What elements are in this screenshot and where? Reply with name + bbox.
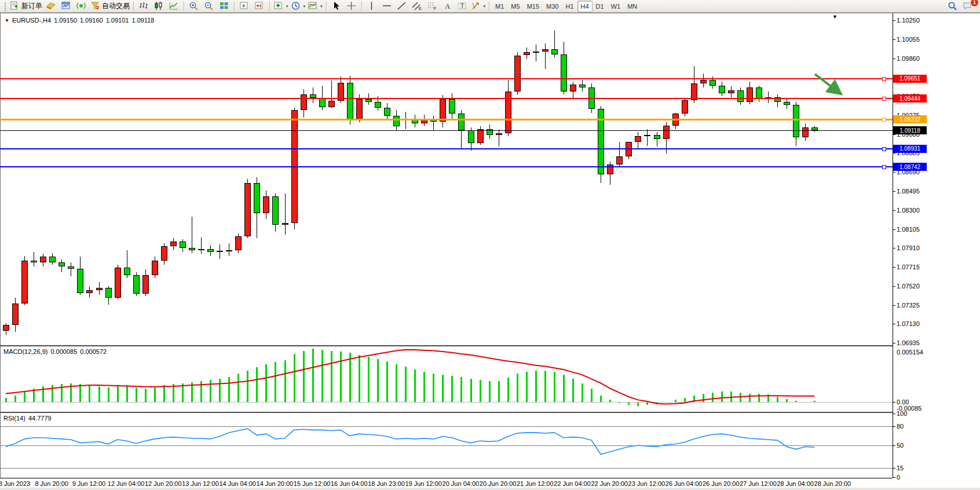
toolbar-separator bbox=[269, 1, 270, 11]
chart-window[interactable]: ▼ EURUSD-,H4 1.09150 1.09160 1.09101 1.0… bbox=[0, 13, 980, 490]
zoom-in-icon[interactable] bbox=[187, 1, 202, 12]
macd-histogram-bar bbox=[33, 389, 35, 402]
macd-histogram-bar bbox=[145, 389, 147, 402]
bar-chart-icon[interactable] bbox=[136, 1, 151, 12]
terminal-icon[interactable] bbox=[58, 1, 74, 12]
timeframe-w1[interactable]: W1 bbox=[608, 1, 624, 12]
chevron-down-icon[interactable]: ▾ bbox=[320, 4, 323, 9]
cursor-icon[interactable] bbox=[329, 1, 344, 12]
metaeditor-icon[interactable] bbox=[43, 1, 58, 12]
candle-wick bbox=[499, 129, 499, 147]
date-label: 22 Jun 04:00 bbox=[554, 480, 591, 487]
pane-separator[interactable] bbox=[0, 345, 893, 346]
notifications-icon[interactable]: 1 bbox=[960, 1, 975, 12]
macd-histogram-bar bbox=[368, 357, 370, 402]
indicators-icon[interactable]: ▾ bbox=[272, 1, 290, 12]
shift-marker-icon[interactable]: ▼ bbox=[832, 14, 838, 20]
periods-icon[interactable]: ▾ bbox=[290, 1, 307, 12]
rsi-level-line bbox=[0, 445, 893, 446]
line-handle[interactable] bbox=[882, 77, 886, 81]
price-tag: 1.09444 bbox=[893, 94, 927, 103]
shapes-icon[interactable]: ▾ bbox=[470, 1, 487, 12]
timeframe-mn[interactable]: MN bbox=[624, 1, 641, 12]
candle bbox=[551, 49, 558, 54]
chart-shift-icon[interactable] bbox=[252, 1, 267, 12]
chevron-down-icon[interactable]: ▾ bbox=[303, 4, 306, 9]
candle bbox=[301, 94, 307, 110]
label-icon[interactable]: T bbox=[455, 1, 470, 12]
candle bbox=[189, 248, 195, 250]
macd-histogram-bar bbox=[637, 402, 639, 406]
toolbar-separator bbox=[133, 1, 134, 11]
horizontal-line-icon[interactable] bbox=[379, 1, 394, 12]
candle-wick bbox=[433, 116, 434, 130]
mt4-window: 新订单自动交易▾▾▾EFAT▾M1M5M15M30H1H4D1W1MN1 ▼ E… bbox=[0, 0, 980, 490]
support-resistance-line[interactable] bbox=[0, 148, 893, 149]
price-tick-label: 1.08495 bbox=[897, 188, 920, 195]
macd-histogram-bar bbox=[498, 381, 500, 402]
support-resistance-line[interactable] bbox=[0, 119, 893, 120]
candle bbox=[96, 288, 103, 290]
timeframe-h1[interactable]: H1 bbox=[562, 1, 577, 12]
zoom-out-icon[interactable] bbox=[202, 1, 217, 12]
date-label: 19 Jun 12:00 bbox=[405, 480, 442, 487]
candle bbox=[49, 257, 56, 262]
candle-wick bbox=[201, 237, 202, 254]
chevron-down-icon[interactable]: ▾ bbox=[484, 4, 486, 9]
toolbar-grip[interactable] bbox=[3, 2, 6, 11]
channel-icon[interactable]: E bbox=[409, 1, 425, 12]
fibonacci-icon[interactable]: F bbox=[425, 1, 440, 12]
timeframe-m5[interactable]: M5 bbox=[507, 1, 523, 12]
macd-histogram-bar bbox=[572, 379, 574, 402]
auto-scroll-icon[interactable] bbox=[237, 1, 252, 12]
support-resistance-line[interactable] bbox=[0, 98, 893, 99]
text-icon[interactable]: A bbox=[440, 1, 455, 12]
search-icon[interactable] bbox=[945, 1, 960, 12]
candle-wick bbox=[71, 262, 71, 276]
rsi-line bbox=[6, 429, 814, 454]
chevron-down-icon[interactable]: ▾ bbox=[286, 4, 288, 9]
new-order-button[interactable]: 新订单 bbox=[8, 1, 43, 12]
timeframe-m15[interactable]: M15 bbox=[524, 1, 543, 12]
line-handle[interactable] bbox=[882, 147, 886, 151]
macd-histogram-bar bbox=[294, 354, 295, 402]
candle bbox=[133, 275, 140, 294]
candle bbox=[542, 49, 548, 51]
macd-histogram-bar bbox=[52, 385, 53, 402]
current-price-line[interactable] bbox=[0, 130, 893, 131]
date-label: 20 Jun 04:00 bbox=[443, 480, 480, 487]
trendline-icon[interactable] bbox=[394, 1, 409, 12]
line-chart-icon[interactable] bbox=[166, 1, 181, 12]
macd-histogram-bar bbox=[275, 362, 276, 402]
line-handle[interactable] bbox=[882, 165, 886, 169]
candlestick-chart-icon[interactable] bbox=[151, 1, 166, 12]
line-handle[interactable] bbox=[882, 97, 886, 101]
macd-histogram-bar bbox=[265, 364, 267, 402]
support-resistance-line[interactable] bbox=[0, 78, 893, 79]
line-handle[interactable] bbox=[882, 118, 886, 122]
candle bbox=[347, 83, 353, 120]
timeframe-h4[interactable]: H4 bbox=[577, 1, 593, 12]
candle bbox=[254, 183, 260, 213]
macd-histogram-bar bbox=[554, 372, 555, 402]
tile-windows-icon[interactable] bbox=[217, 1, 232, 12]
autotrading-button[interactable]: 自动交易 bbox=[89, 1, 131, 12]
chart-menu-icon[interactable]: ▼ bbox=[5, 18, 9, 23]
timeframe-m1[interactable]: M1 bbox=[492, 1, 507, 12]
pane-separator[interactable] bbox=[0, 412, 893, 413]
price-axis-border bbox=[893, 13, 893, 478]
arrow-annotation[interactable] bbox=[815, 74, 839, 93]
signals-icon[interactable] bbox=[74, 1, 89, 12]
templates-icon[interactable]: ▾ bbox=[306, 1, 324, 12]
ohlc-open: 1.09150 bbox=[54, 17, 77, 24]
support-resistance-line[interactable] bbox=[0, 166, 893, 167]
timeframe-d1[interactable]: D1 bbox=[593, 1, 608, 12]
crosshair-icon[interactable] bbox=[344, 1, 359, 12]
vertical-line-icon[interactable] bbox=[364, 1, 379, 12]
price-tick-label: 1.07520 bbox=[897, 283, 920, 290]
macd-histogram-bar bbox=[480, 380, 481, 402]
timeframe-m30[interactable]: M30 bbox=[543, 1, 562, 12]
date-label: 15 Jun 12:00 bbox=[294, 480, 331, 487]
macd-histogram-bar bbox=[600, 396, 602, 402]
price-tick-label: 1.10250 bbox=[897, 17, 920, 24]
